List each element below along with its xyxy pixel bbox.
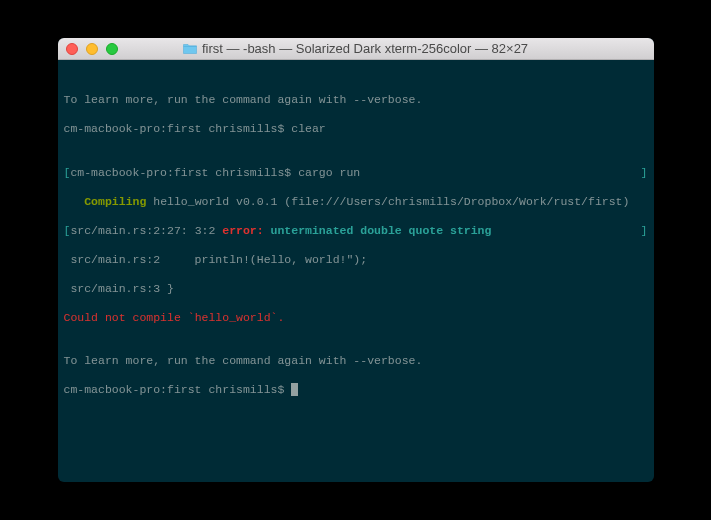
terminal-window: first — -bash — Solarized Dark xterm-256… <box>58 38 654 482</box>
prompt: cm-macbook-pro:first chrismills$ <box>64 383 292 396</box>
prompt: cm-macbook-pro:first chrismills$ <box>70 166 298 179</box>
title-content: first — -bash — Solarized Dark xterm-256… <box>58 41 654 56</box>
minimize-button[interactable] <box>86 43 98 55</box>
prompt: cm-macbook-pro:first chrismills$ <box>64 122 292 135</box>
command: clear <box>291 122 326 135</box>
terminal-line: cm-macbook-pro:first chrismills$ <box>64 383 648 398</box>
window-title: first — -bash — Solarized Dark xterm-256… <box>202 41 528 56</box>
error-label: error: <box>222 224 263 237</box>
terminal-line: [src/main.rs:2:27: 3:2 error: unterminat… <box>64 224 648 239</box>
terminal-line: To learn more, run the command again wit… <box>64 93 648 108</box>
terminal-line: src/main.rs:3 } <box>64 282 648 297</box>
close-button[interactable] <box>66 43 78 55</box>
terminal-line: src/main.rs:2 println!(Hello, world!"); <box>64 253 648 268</box>
folder-icon <box>183 43 197 54</box>
terminal-line: Could not compile `hello_world`. <box>64 311 648 326</box>
titlebar[interactable]: first — -bash — Solarized Dark xterm-256… <box>58 38 654 60</box>
compiling-label: Compiling <box>84 195 146 208</box>
compile-fail: Could not compile <box>64 311 188 324</box>
maximize-button[interactable] <box>106 43 118 55</box>
command: cargo run <box>298 166 360 179</box>
traffic-lights <box>66 43 118 55</box>
terminal-line: To learn more, run the command again wit… <box>64 354 648 369</box>
error-message: unterminated double quote string <box>264 224 492 237</box>
terminal-line: cm-macbook-pro:first chrismills$ clear <box>64 122 648 137</box>
cursor <box>291 383 298 396</box>
terminal-line: [cm-macbook-pro:first chrismills$ cargo … <box>64 166 648 181</box>
terminal-line: Compiling hello_world v0.0.1 (file:///Us… <box>64 195 648 210</box>
terminal-body[interactable]: To learn more, run the command again wit… <box>58 60 654 482</box>
